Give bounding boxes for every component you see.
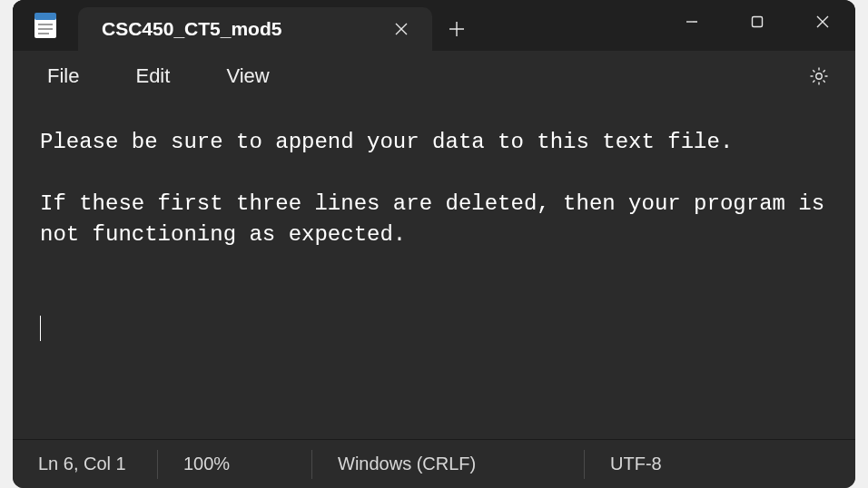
titlebar-drag-area[interactable]	[481, 0, 659, 51]
window-controls	[659, 0, 855, 51]
titlebar: CSC450_CT5_mod5	[13, 0, 855, 51]
status-zoom[interactable]: 100%	[158, 450, 312, 479]
status-encoding[interactable]: UTF-8	[585, 450, 855, 479]
settings-button[interactable]	[803, 60, 835, 93]
tab-close-button[interactable]	[387, 15, 416, 44]
menu-edit[interactable]: Edit	[121, 59, 184, 93]
plus-icon	[449, 21, 465, 37]
minimize-icon	[685, 15, 699, 29]
notepad-icon	[33, 11, 58, 40]
close-window-button[interactable]	[790, 0, 855, 44]
file-tab[interactable]: CSC450_CT5_mod5	[78, 7, 432, 51]
editor-content: Please be sure to append your data to th…	[40, 130, 838, 247]
maximize-button[interactable]	[725, 0, 790, 44]
svg-rect-1	[35, 13, 56, 20]
status-line-endings[interactable]: Windows (CRLF)	[312, 450, 585, 479]
notepad-window: CSC450_CT5_mod5	[13, 0, 855, 488]
app-icon	[13, 0, 78, 51]
close-icon	[394, 22, 409, 36]
status-cursor-position[interactable]: Ln 6, Col 1	[13, 450, 158, 479]
text-caret	[40, 316, 41, 341]
minimize-button[interactable]	[659, 0, 725, 44]
maximize-icon	[750, 15, 764, 29]
menubar: File Edit View	[13, 51, 855, 102]
gear-icon	[808, 65, 830, 87]
tab-title: CSC450_CT5_mod5	[102, 18, 387, 40]
text-editor[interactable]: Please be sure to append your data to th…	[13, 102, 855, 439]
close-icon	[815, 15, 830, 29]
menu-file[interactable]: File	[33, 59, 94, 93]
new-tab-button[interactable]	[432, 7, 481, 51]
menu-view[interactable]: View	[212, 59, 283, 93]
svg-point-6	[816, 73, 822, 79]
svg-rect-5	[753, 17, 763, 27]
statusbar: Ln 6, Col 1 100% Windows (CRLF) UTF-8	[13, 439, 855, 488]
